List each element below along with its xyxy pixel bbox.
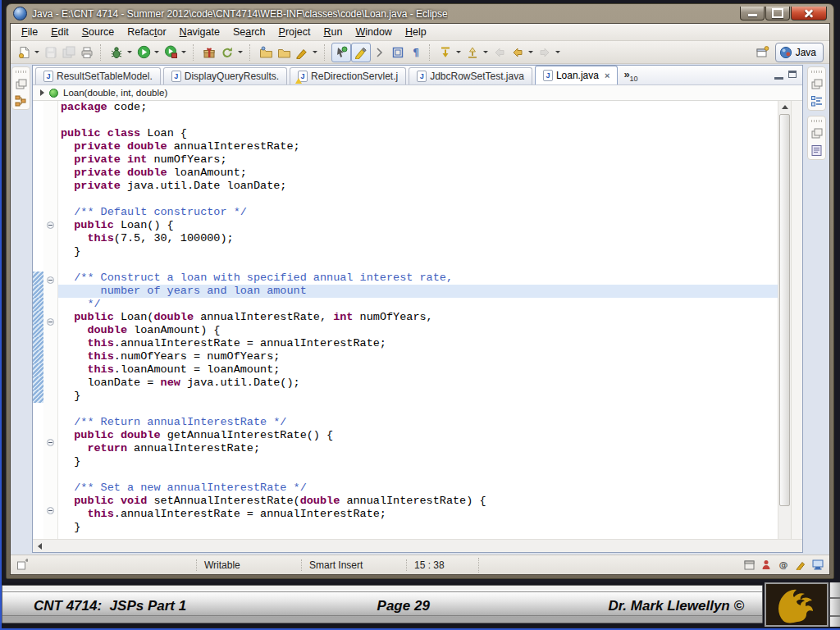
minimize-view-icon[interactable] [774,77,783,80]
mark-occurrences-toggle[interactable] [351,43,371,62]
tab-redirectionservlet-j[interactable]: JReDirectionServlet.j [290,67,406,84]
tab-jdbcrowsettest-java[interactable]: JJdbcRowSetTest.java [409,67,532,84]
tab-label: DisplayQueryResults. [185,71,279,82]
new-wizard-button[interactable] [15,43,33,62]
editor-presentation-icon[interactable] [743,559,755,571]
expand-arrow-icon[interactable] [40,89,44,96]
menu-window[interactable]: Window [349,25,398,39]
menu-bar: FileEditSourceRefactorNavigateSearchProj… [11,24,829,41]
new-web-project-button[interactable] [200,43,218,62]
open-type-dropdown-icon[interactable] [313,51,317,53]
last-edit-dropdown-icon[interactable] [456,51,461,53]
print-button[interactable] [78,43,96,62]
run-external-tools-dropdown-icon[interactable] [181,51,186,53]
refresh-button[interactable] [218,43,236,62]
collapse-icon[interactable] [47,221,54,229]
annotation-ruler-row [33,180,43,193]
maximize-view-icon[interactable] [788,71,797,78]
menu-project[interactable]: Project [272,25,317,39]
tab-close-icon[interactable]: × [605,71,609,80]
package-explorer-icon[interactable] [15,95,27,107]
remote-console-icon[interactable] [812,559,824,571]
menu-source[interactable]: Source [75,25,121,39]
collapse-icon[interactable] [47,318,54,326]
minimized-task-list-view [807,116,826,160]
show-whitespace-button[interactable]: ¶ [407,43,425,62]
back-button[interactable] [509,43,527,62]
menu-help[interactable]: Help [399,25,433,39]
restore-view-icon[interactable] [16,79,27,89]
back-dropdown-icon[interactable] [528,51,533,53]
java-perspective-icon [779,46,792,59]
forward-dropdown-icon[interactable] [555,51,560,53]
menu-file[interactable]: File [15,25,44,39]
horizontal-scrollbar[interactable] [33,539,802,552]
folding-ruler[interactable] [43,101,58,539]
title-bar[interactable]: Java - E:\CNT 4714 - Summer 2012\code\CN… [10,4,830,23]
main-toolbar: ¶ [11,41,829,64]
restore-view-icon[interactable] [811,79,823,89]
collapse-icon[interactable] [47,276,54,284]
annotation-ruler-row [33,403,43,416]
last-edit-location-button[interactable] [436,43,454,62]
vertical-scrollbar-thumb[interactable] [779,114,790,506]
new-wizard-dropdown-icon[interactable] [34,51,39,53]
annotation-ruler[interactable] [33,101,43,539]
run-external-tools-button[interactable] [162,43,180,62]
menu-navigate[interactable]: Navigate [173,25,226,39]
refresh-dropdown-icon[interactable] [238,51,243,53]
breadcrumb-bar: Loan(double, int, double) [33,85,802,101]
caret-position-status: 15 : 38 [406,559,478,571]
user-annotation-icon[interactable] [760,559,772,571]
fast-view-icon[interactable] [16,559,28,571]
minimize-button[interactable] [740,7,765,21]
slide-footer: CNT 4714: JSPs Part 1 Page 29 Dr. Mark L… [0,582,840,627]
next-change-button[interactable] [371,43,389,62]
java-perspective-button[interactable]: Java [775,43,824,62]
annotation-ruler-row [33,258,43,272]
scroll-left-arrow-icon[interactable] [33,543,46,550]
maximize-button[interactable] [765,7,790,21]
tab-overflow-chevron[interactable]: »10 [623,68,637,83]
previous-annotation-dropdown-icon[interactable] [483,51,488,53]
java-file-icon: J [171,71,181,82]
tab-loan-java[interactable]: JLoan.java× [535,66,618,84]
show-source-of-element-button[interactable] [389,43,407,62]
collapse-icon[interactable] [47,507,54,514]
import-folder-button[interactable] [257,43,275,62]
tab-displayqueryresults[interactable]: JDisplayQueryResults. [163,67,287,84]
link-with-editor-toggle[interactable] [331,43,351,62]
open-perspective-button[interactable] [754,43,772,62]
close-button[interactable] [791,7,827,21]
vertical-scrollbar[interactable] [778,101,791,539]
ucf-pegasus-logo [765,582,829,627]
range-indicator [33,363,43,377]
task-list-view-icon[interactable] [810,144,823,157]
restore-view-icon[interactable] [811,128,823,139]
run-button[interactable] [135,43,153,62]
menu-run[interactable]: Run [317,25,349,39]
code-line: double loanAmount) { [61,324,778,337]
outline-view-icon[interactable] [810,95,823,107]
scroll-up-arrow-icon[interactable] [778,101,791,112]
code-line [61,193,778,206]
open-type-button[interactable] [293,43,311,62]
signature-pencil-icon[interactable] [795,559,806,571]
tab-resultsettablemodel[interactable]: JResultSetTableModel. [35,67,161,84]
save-button [42,43,60,62]
code-line: private java.util.Date loanDate; [61,180,778,193]
code-area[interactable]: package code;public class Loan { private… [58,101,778,539]
menu-edit[interactable]: Edit [44,25,75,39]
at-sign-icon[interactable]: @ [778,559,789,571]
debug-button[interactable] [107,43,126,62]
range-indicator [33,377,43,390]
menu-refactor[interactable]: Refactor [121,25,172,39]
debug-dropdown-icon[interactable] [127,51,132,53]
previous-annotation-button[interactable] [463,43,482,62]
range-indicator [33,311,43,324]
collapse-icon[interactable] [47,439,54,446]
open-folder-button[interactable] [275,43,293,62]
run-dropdown-icon[interactable] [154,51,159,53]
toolbar-separator [100,44,103,61]
menu-search[interactable]: Search [226,25,272,39]
